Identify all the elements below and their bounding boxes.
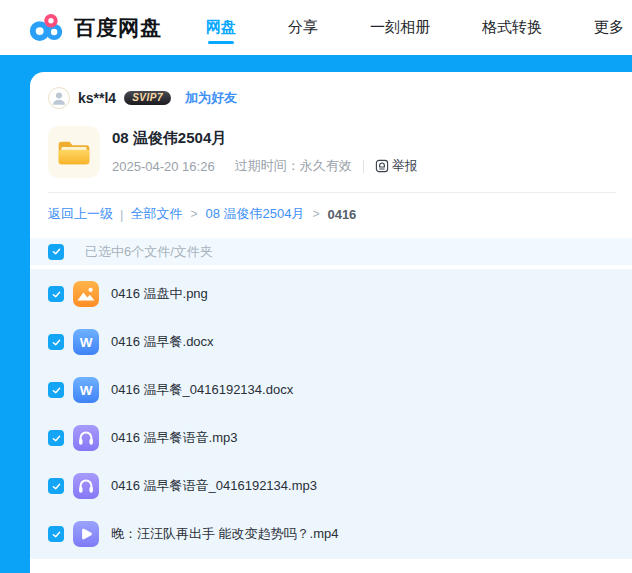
breadcrumb-back-link[interactable]: 返回上一级 xyxy=(48,205,113,223)
checkmark-icon xyxy=(51,529,62,540)
section-divider xyxy=(48,192,616,193)
file-checkbox[interactable] xyxy=(48,526,64,542)
brand-title: 百度网盘 xyxy=(74,14,162,42)
word-file-icon: W xyxy=(73,329,99,355)
select-all-bar: 已选中6个文件/文件夹 xyxy=(30,238,632,265)
selection-summary: 已选中6个文件/文件夹 xyxy=(85,243,213,261)
file-row-4[interactable]: 0416 温早餐语音_0416192134.mp3 xyxy=(30,462,632,510)
audio-file-icon xyxy=(73,473,99,499)
file-row-0[interactable]: 0416 温盘中.png xyxy=(30,270,632,318)
nav-item-1[interactable]: 分享 xyxy=(288,0,318,55)
share-info: 08 温俊伟2504月 2025-04-20 16:26 过期时间：永久有效 举… xyxy=(48,126,632,178)
checkmark-icon xyxy=(51,433,62,444)
file-name[interactable]: 0416 温早餐语音_0416192134.mp3 xyxy=(111,477,317,495)
audio-file-icon xyxy=(73,425,99,451)
nav-item-label: 更多 xyxy=(594,18,624,37)
file-row-5[interactable]: 晚：汪汪队再出手 能改变趋势吗？.mp4 xyxy=(30,510,632,558)
nav-item-2[interactable]: 一刻相册 xyxy=(370,0,430,55)
page-background: ks**l4 SVIP7 加为好友 08 温俊 xyxy=(0,55,632,573)
user-icon xyxy=(50,89,68,107)
file-name[interactable]: 0416 温盘中.png xyxy=(111,285,208,303)
file-checkbox[interactable] xyxy=(48,382,64,398)
breadcrumb-folder-link[interactable]: 08 温俊伟2504月 xyxy=(205,205,304,223)
sharer-row: ks**l4 SVIP7 加为好友 xyxy=(48,86,632,110)
file-row-1[interactable]: W 0416 温早餐.docx xyxy=(30,318,632,366)
file-name[interactable]: 0416 温早餐语音.mp3 xyxy=(111,429,237,447)
file-row-2[interactable]: W 0416 温早餐_0416192134.docx xyxy=(30,366,632,414)
nav-item-label: 格式转换 xyxy=(482,18,542,37)
report-icon xyxy=(375,159,389,173)
sharer-name: ks**l4 xyxy=(78,90,116,106)
nav-item-3[interactable]: 格式转换 xyxy=(482,0,542,55)
file-checkbox[interactable] xyxy=(48,286,64,302)
share-texts: 08 温俊伟2504月 2025-04-20 16:26 过期时间：永久有效 举… xyxy=(112,126,418,178)
checkmark-icon xyxy=(51,246,62,257)
file-checkbox[interactable] xyxy=(48,478,64,494)
breadcrumb: 返回上一级 | 全部文件 > 08 温俊伟2504月 > 0416 xyxy=(48,205,632,223)
word-file-icon: W xyxy=(73,377,99,403)
avatar xyxy=(48,87,70,109)
main-nav: 网盘 分享 一刻相册 格式转换 更多 xyxy=(206,0,624,55)
checkmark-icon xyxy=(51,289,62,300)
breadcrumb-all-files-link[interactable]: 全部文件 xyxy=(130,205,182,223)
checkmark-icon xyxy=(51,481,62,492)
share-card: ks**l4 SVIP7 加为好友 08 温俊 xyxy=(30,72,632,573)
breadcrumb-separator: > xyxy=(190,207,197,221)
nav-item-4[interactable]: 更多 xyxy=(594,0,624,55)
folder-icon xyxy=(56,137,92,168)
file-name[interactable]: 0416 温早餐.docx xyxy=(111,333,214,351)
share-date: 2025-04-20 16:26 xyxy=(112,159,215,174)
add-friend-button[interactable]: 加为好友 xyxy=(185,89,237,107)
nav-item-label: 分享 xyxy=(288,18,318,37)
video-file-icon xyxy=(73,521,99,547)
image-file-icon xyxy=(73,281,99,307)
checkmark-icon xyxy=(51,337,62,348)
nav-item-0[interactable]: 网盘 xyxy=(206,0,236,55)
checkmark-icon xyxy=(51,385,62,396)
report-label: 举报 xyxy=(392,157,418,175)
file-checkbox[interactable] xyxy=(48,334,64,350)
share-expire: 过期时间：永久有效 xyxy=(235,157,352,175)
nav-item-label: 一刻相册 xyxy=(370,18,430,37)
top-header: 百度网盘 网盘 分享 一刻相册 格式转换 更多 xyxy=(0,0,632,55)
brand-logo[interactable]: 百度网盘 xyxy=(28,12,162,43)
report-button[interactable]: 举报 xyxy=(375,157,418,175)
baidu-netdisk-share-page: 百度网盘 网盘 分享 一刻相册 格式转换 更多 ks**l4 SVIP7 xyxy=(0,0,632,573)
breadcrumb-pipe: | xyxy=(120,207,123,222)
baidu-netdisk-logo-icon xyxy=(28,12,64,43)
share-title: 08 温俊伟2504月 xyxy=(112,129,418,148)
select-all-checkbox[interactable] xyxy=(48,244,64,260)
meta-separator xyxy=(363,160,364,173)
file-name[interactable]: 晚：汪汪队再出手 能改变趋势吗？.mp4 xyxy=(111,525,339,543)
share-meta: 2025-04-20 16:26 过期时间：永久有效 举报 xyxy=(112,157,418,175)
nav-item-label: 网盘 xyxy=(206,18,236,37)
svip-badge[interactable]: SVIP7 xyxy=(124,91,171,105)
file-row-3[interactable]: 0416 温早餐语音.mp3 xyxy=(30,414,632,462)
svg-text:W: W xyxy=(80,383,93,398)
file-checkbox[interactable] xyxy=(48,430,64,446)
breadcrumb-current: 0416 xyxy=(327,207,356,222)
shared-folder-thumbnail xyxy=(48,126,100,178)
svg-text:W: W xyxy=(80,335,93,350)
breadcrumb-separator: > xyxy=(312,207,319,221)
file-name[interactable]: 0416 温早餐_0416192134.docx xyxy=(111,381,293,399)
file-list: 0416 温盘中.png W 0416 温早餐.docx W 0416 温早餐_… xyxy=(30,269,632,559)
